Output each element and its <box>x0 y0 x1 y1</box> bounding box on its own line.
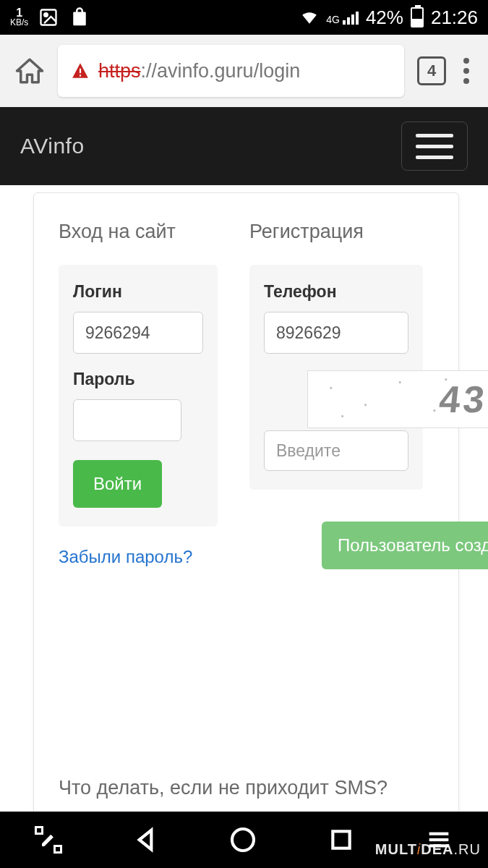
password-input[interactable] <box>73 399 181 441</box>
browser-menu-icon[interactable] <box>459 58 474 84</box>
password-label: Пароль <box>73 370 203 389</box>
captcha-input[interactable] <box>264 430 408 471</box>
watermark: MULTiDEA.RU <box>375 841 481 858</box>
back-icon[interactable] <box>131 825 160 854</box>
phone-input[interactable] <box>264 312 408 354</box>
svg-rect-2 <box>80 69 81 74</box>
browser-toolbar: https ://avinfo.guru/login 4 <box>0 35 488 107</box>
svg-rect-3 <box>80 75 81 76</box>
shopping-icon <box>69 7 90 28</box>
wifi-icon <box>300 8 319 27</box>
android-status-bar: 1 KB/s 4G 42% 21:26 <box>0 0 488 35</box>
register-heading: Регистрация <box>249 221 423 243</box>
auth-card: Вход на сайт Логин Пароль Войти Забыли п… <box>33 192 459 868</box>
svg-rect-5 <box>333 831 349 848</box>
data-speed-unit: KB/s <box>10 19 28 27</box>
login-column: Вход на сайт Логин Пароль Войти Забыли п… <box>59 221 218 567</box>
tab-switcher[interactable]: 4 <box>417 56 446 85</box>
battery-percent: 42% <box>366 7 403 29</box>
home-nav-icon[interactable] <box>228 825 257 854</box>
register-submit-button[interactable]: Пользователь созда <box>322 522 488 569</box>
recent-apps-icon[interactable] <box>327 825 356 854</box>
svg-point-4 <box>232 829 254 851</box>
login-submit-button[interactable]: Войти <box>73 460 162 508</box>
url-path: ://avinfo.guru/login <box>141 60 301 82</box>
4g-label: 4G <box>326 14 340 25</box>
battery-icon <box>411 7 424 27</box>
signal-icon <box>343 10 359 25</box>
site-title: AVinfo <box>20 134 85 158</box>
clock: 21:26 <box>431 7 478 29</box>
login-label: Логин <box>73 282 203 302</box>
home-icon[interactable] <box>14 56 45 86</box>
image-icon <box>38 7 59 27</box>
android-nav-bar: MULTiDEA.RU <box>0 812 488 868</box>
captcha-text: 4361 <box>437 378 488 421</box>
svg-point-1 <box>45 13 48 17</box>
login-input[interactable] <box>73 312 203 354</box>
url-scheme: https <box>98 60 141 82</box>
forgot-password-link[interactable]: Забыли пароль? <box>59 547 192 567</box>
fullscreen-icon[interactable] <box>35 826 62 854</box>
insecure-warning-icon <box>71 61 90 80</box>
data-speed-indicator: 1 KB/s <box>10 8 28 26</box>
login-heading: Вход на сайт <box>59 221 218 243</box>
phone-label: Телефон <box>264 282 408 302</box>
captcha-image: 4361 <box>307 370 488 428</box>
sms-help-title: Что делать, если не приходит SMS? <box>59 777 434 799</box>
menu-toggle-button[interactable] <box>401 122 468 171</box>
svg-rect-0 <box>41 10 56 25</box>
site-header: AVinfo <box>0 107 488 185</box>
login-panel: Логин Пароль Войти <box>59 265 218 527</box>
url-bar[interactable]: https ://avinfo.guru/login <box>58 45 404 97</box>
